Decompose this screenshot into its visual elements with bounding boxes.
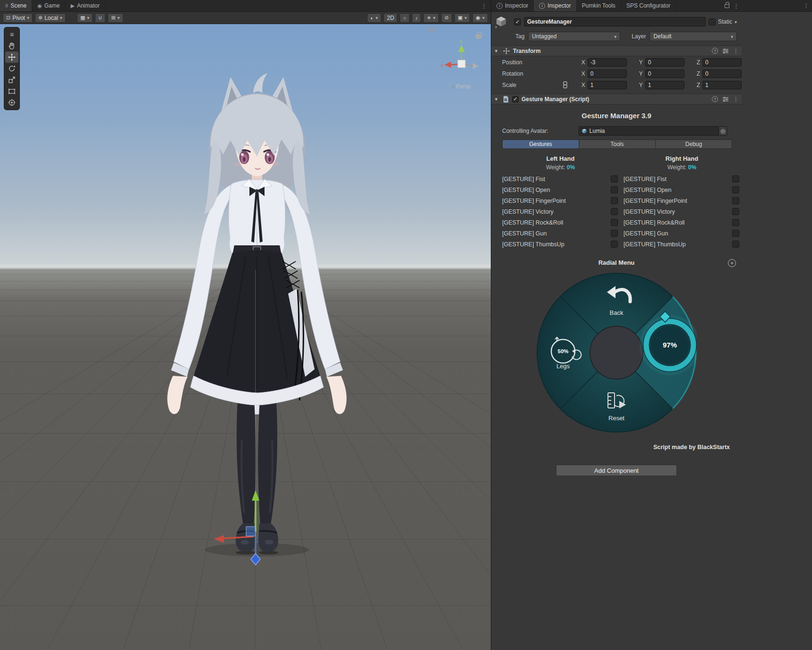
gesture-checkbox-right-rocknroll[interactable] [732, 219, 739, 226]
presets-icon[interactable] [722, 96, 729, 103]
hand-titles: Left Hand Right Hand [491, 155, 742, 162]
help-icon[interactable]: ? [712, 96, 718, 102]
gesture-checkbox-right-gun[interactable] [732, 230, 739, 237]
grid-snap-button[interactable]: ▦ ▾ [77, 13, 93, 23]
gesture-manager-header[interactable]: ▼ ✓ Gesture Manager (Script) ? ⋮ [491, 94, 742, 104]
camera-speed-icon: ◐ [370, 15, 374, 21]
effects-button[interactable]: ∗ ▾ [423, 13, 438, 23]
rotate-tool[interactable] [4, 63, 19, 74]
tab-animator[interactable]: ▶ Animator [65, 0, 105, 11]
gesture-checkbox-right-thumbsup[interactable] [732, 241, 739, 248]
rect-tool[interactable] [4, 86, 19, 97]
component-menu-icon[interactable]: ⋮ [733, 48, 739, 54]
gesture-checkbox-right-fist[interactable] [732, 175, 739, 182]
component-enabled-checkbox[interactable]: ✓ [512, 96, 519, 103]
gesture-checkbox-left-fist[interactable] [611, 175, 618, 182]
static-checkbox[interactable] [709, 18, 716, 26]
position-z-field[interactable] [702, 58, 742, 67]
scene-lighting-button[interactable]: ○ [400, 13, 410, 23]
tab-debug[interactable]: Debug [656, 139, 732, 149]
gameobject-enabled-checkbox[interactable]: ✓ [514, 18, 521, 26]
position-x-field[interactable] [588, 58, 627, 67]
gesture-checkbox-right-open[interactable] [732, 186, 739, 193]
window-menu-icon[interactable]: ⋮ [803, 2, 809, 9]
tab-tools[interactable]: Tools [579, 139, 656, 149]
transform-tool[interactable] [4, 97, 19, 108]
increment-snap-button[interactable]: ⊞ ▾ [108, 13, 123, 23]
radial-menu-title: Radial Menu [491, 259, 742, 266]
gesture-row: [GESTURE] Victory [GESTURE] Victory [491, 206, 742, 217]
tab-pumkin-tools[interactable]: Pumkin Tools [577, 0, 621, 11]
inspector-lock-icon[interactable] [725, 4, 729, 8]
axis-y-label: Y [639, 82, 643, 88]
scale-x-field[interactable] [588, 81, 627, 89]
add-component-button[interactable]: Add Component [556, 465, 677, 476]
scale-y-field[interactable] [645, 81, 684, 89]
scale-tool[interactable] [4, 74, 19, 86]
gesture-manager-tabs: Gestures Tools Debug [502, 139, 732, 149]
scale-row: Scale X Y Z [491, 79, 742, 90]
gesture-checkbox-left-open[interactable] [611, 186, 618, 193]
scene-audio-button[interactable]: ♪ [412, 13, 421, 23]
camera-settings-button[interactable]: ◐ ▾ [367, 13, 381, 23]
transform-header[interactable]: ▼ Transform ? ⋮ [491, 45, 742, 56]
snap-toggle-button[interactable]: ∪ [95, 13, 105, 23]
perspective-toggle[interactable]: ‹Persp [439, 83, 484, 90]
local-dropdown[interactable]: ⊕ Local ▾ [35, 13, 66, 23]
foldout-icon[interactable]: ▼ [494, 97, 500, 102]
gizmos-button[interactable]: ◉ ▾ [472, 13, 488, 23]
right-weight: Weight: 0% [624, 164, 740, 171]
rotation-y-field[interactable] [645, 69, 684, 78]
rotation-z-field[interactable] [702, 69, 742, 78]
gesture-checkbox-left-gun[interactable] [611, 230, 618, 237]
scene-render [0, 24, 491, 650]
move-tool[interactable] [5, 52, 18, 63]
gameobject-icon-button[interactable]: ▾ [495, 15, 511, 28]
orientation-gizmo[interactable]: y x ‹Persp [439, 37, 484, 90]
tab-inspector-2[interactable]: i Inspector [534, 0, 576, 11]
gizmo-plane-handle[interactable] [246, 527, 256, 536]
object-picker-icon[interactable]: ◎ [718, 127, 727, 135]
axis-x-label: X [581, 70, 585, 77]
gesture-checkbox-right-fingerpoint[interactable] [732, 197, 739, 204]
hidden-objects-button[interactable]: ⊘ [441, 13, 452, 23]
inspector-menu-icon[interactable]: ⋮ [733, 2, 739, 9]
pivot-dropdown[interactable]: ⊡ Pivot ▾ [3, 13, 33, 23]
radial-center[interactable] [590, 326, 643, 379]
add-radial-icon[interactable]: + [728, 259, 736, 267]
scene-toolbar-right: ◐ ▾ 2D ○ ♪ ∗ ▾ ⊘ [367, 13, 488, 23]
tab-gestures[interactable]: Gestures [502, 139, 579, 149]
scene-viewport[interactable]: ≡ [0, 24, 491, 650]
position-y-field[interactable] [645, 58, 684, 67]
gesture-checkbox-left-victory[interactable] [611, 208, 618, 215]
overlay-grip[interactable] [427, 28, 436, 32]
static-dropdown-icon[interactable]: ▾ [735, 19, 737, 25]
avatar-lumia[interactable] [167, 73, 346, 556]
layer-dropdown[interactable]: Default ▾ [650, 32, 737, 41]
scale-z-field[interactable] [702, 81, 742, 89]
tab-scene[interactable]: # Scene [0, 0, 32, 11]
radial-legs-label: Legs [556, 363, 570, 370]
scene-tab-menu-icon[interactable]: ⋮ [477, 2, 491, 9]
help-icon[interactable]: ? [712, 48, 718, 54]
view-tool[interactable] [4, 40, 19, 52]
scene-camera-button[interactable]: ▣ ▾ [454, 13, 470, 23]
gesture-checkbox-left-rocknroll[interactable] [611, 219, 618, 226]
component-menu-icon[interactable]: ⋮ [733, 96, 739, 103]
tab-sps-configurator[interactable]: SPS Configurator [621, 0, 676, 11]
gesture-checkbox-left-thumbsup[interactable] [611, 241, 618, 248]
tag-dropdown[interactable]: Untagged ▾ [528, 32, 620, 41]
gesture-checkbox-left-fingerpoint[interactable] [611, 197, 618, 204]
gesture-checkbox-right-victory[interactable] [732, 208, 739, 215]
radial-menu[interactable]: Back 50% Legs [536, 272, 697, 434]
rotation-x-field[interactable] [588, 69, 627, 78]
tab-inspector-1[interactable]: i Inspector [491, 0, 534, 11]
presets-icon[interactable] [722, 48, 729, 54]
tools-menu-handle[interactable]: ≡ [4, 29, 19, 40]
avatar-object-field[interactable]: Lumia ◎ [579, 126, 727, 136]
gameobject-name-field[interactable] [524, 17, 706, 26]
tab-game[interactable]: ◉ Game [32, 0, 65, 11]
2d-toggle-button[interactable]: 2D [384, 13, 397, 23]
link-icon[interactable] [562, 81, 568, 88]
foldout-icon[interactable]: ▼ [494, 49, 500, 53]
